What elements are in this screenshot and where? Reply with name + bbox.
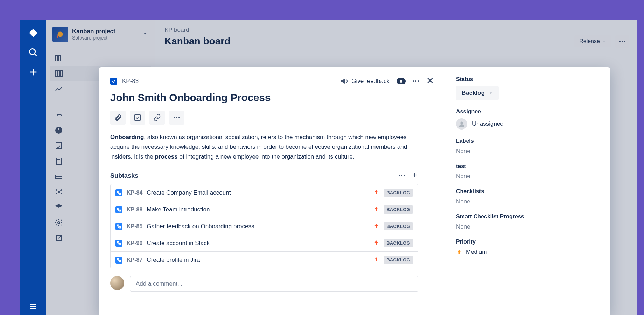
svg-point-0 <box>30 49 35 55</box>
subtask-summary: Create profile in Jira <box>147 257 369 264</box>
assignee-value: Unassigned <box>472 120 504 127</box>
priority-high-icon <box>373 189 379 197</box>
priority-high-icon <box>373 206 379 214</box>
smart-progress-value[interactable]: None <box>456 223 600 230</box>
labels-value[interactable]: None <box>456 148 600 155</box>
subtask-row[interactable]: KP-87Create profile in JiraBACKLOG <box>111 252 418 268</box>
assignee-label: Assignee <box>456 108 600 115</box>
unassigned-avatar-icon <box>456 118 467 130</box>
subtask-row[interactable]: KP-88Make Team introductionBACKLOG <box>111 201 418 218</box>
subtask-type-icon <box>115 240 122 247</box>
checklists-value[interactable]: None <box>456 198 600 205</box>
issue-type-task-icon[interactable] <box>110 78 117 85</box>
give-feedback-button[interactable]: Give feedback <box>340 77 390 85</box>
close-icon[interactable] <box>426 76 434 86</box>
labels-label: Labels <box>456 138 600 144</box>
plus-icon[interactable] <box>28 67 38 77</box>
link-button[interactable] <box>149 111 165 125</box>
subtask-summary: Gather feedback on Onboarding process <box>147 223 369 230</box>
status-dropdown[interactable]: Backlog <box>456 86 499 100</box>
assignee-field[interactable]: Unassigned <box>456 118 600 130</box>
subtask-status-badge[interactable]: BACKLOG <box>384 239 413 247</box>
smart-progress-label: Smart Checklist Progress <box>456 214 600 220</box>
subtask-type-icon <box>115 189 122 196</box>
svg-rect-55 <box>119 260 121 261</box>
add-subtask-button[interactable] <box>130 111 145 125</box>
test-value[interactable]: None <box>456 173 600 180</box>
svg-rect-50 <box>118 241 119 243</box>
subtask-key: KP-84 <box>127 190 142 196</box>
more-actions-button[interactable] <box>169 111 184 125</box>
subtask-row[interactable]: KP-84Create Company Email accountBACKLOG <box>111 184 418 201</box>
svg-rect-51 <box>119 243 121 245</box>
dots-icon <box>413 80 419 82</box>
plus-icon <box>411 172 418 178</box>
svg-rect-54 <box>118 258 119 260</box>
subtask-status-badge[interactable]: BACKLOG <box>384 189 413 197</box>
subtasks-heading: Subtasks <box>110 172 138 180</box>
attach-button[interactable] <box>110 111 126 125</box>
subtask-summary: Make Team introduction <box>147 206 369 213</box>
subtask-row[interactable]: KP-85Gather feedback on Onboarding proce… <box>111 218 418 235</box>
issue-key[interactable]: KP-83 <box>122 78 139 85</box>
svg-rect-46 <box>118 225 119 226</box>
subtask-row[interactable]: KP-90Create account in SlackBACKLOG <box>111 235 418 252</box>
subtask-status-badge[interactable]: BACKLOG <box>384 256 413 264</box>
svg-rect-39 <box>119 193 121 194</box>
svg-rect-42 <box>118 208 119 209</box>
desc-bold-mid: process <box>155 153 178 160</box>
status-value: Backlog <box>462 90 485 97</box>
issue-modal: KP-83 Give feedback John Smith Onboardin <box>99 67 610 315</box>
subtasks-more-button[interactable] <box>399 175 405 176</box>
jira-logo-icon[interactable] <box>28 28 38 38</box>
subtask-type-icon <box>115 206 122 213</box>
issue-title[interactable]: John Smith Onboarding Process <box>110 92 434 104</box>
priority-high-icon <box>373 239 379 247</box>
subtask-status-badge[interactable]: BACKLOG <box>384 222 413 230</box>
svg-rect-38 <box>118 191 119 192</box>
subtask-key: KP-90 <box>127 240 142 246</box>
priority-high-icon <box>373 223 379 230</box>
link-icon <box>153 114 161 121</box>
priority-high-icon <box>373 256 379 264</box>
desc-bold-lead: Onboarding <box>110 134 144 140</box>
svg-line-1 <box>35 54 37 56</box>
subtask-key: KP-87 <box>127 257 142 263</box>
desc-part2: of integrating a new employee into the o… <box>178 153 355 160</box>
priority-value: Medium <box>466 248 487 255</box>
subtask-key: KP-85 <box>127 223 142 230</box>
issue-details-panel: Status Backlog Assignee Unassigned Label… <box>446 67 610 315</box>
svg-rect-47 <box>119 226 121 228</box>
priority-field[interactable]: Medium <box>456 248 600 255</box>
subtask-type-icon <box>115 223 122 230</box>
global-nav-sidebar <box>20 20 46 315</box>
status-label: Status <box>456 76 600 83</box>
subtask-summary: Create Company Email account <box>147 189 369 196</box>
watch-icon[interactable] <box>397 78 406 84</box>
subtask-summary: Create account in Slack <box>147 240 369 247</box>
dots-icon <box>174 117 180 118</box>
subtask-list: KP-84Create Company Email accountBACKLOG… <box>110 184 418 268</box>
add-subtask-plus-button[interactable] <box>411 172 418 180</box>
modal-more-button[interactable] <box>413 80 419 82</box>
subtask-type-icon <box>115 257 122 264</box>
chevron-down-icon <box>488 91 493 96</box>
svg-point-58 <box>460 122 463 124</box>
test-label: test <box>456 163 600 169</box>
user-avatar[interactable] <box>110 276 124 290</box>
paperclip-icon <box>114 114 122 121</box>
svg-rect-35 <box>135 115 141 121</box>
checklists-label: Checklists <box>456 188 600 195</box>
svg-rect-43 <box>119 210 121 211</box>
comment-input[interactable]: Add a comment... <box>130 276 418 292</box>
search-icon[interactable] <box>28 48 38 57</box>
checkbox-icon <box>134 114 141 121</box>
megaphone-icon <box>340 77 348 85</box>
priority-medium-icon <box>456 249 462 255</box>
dots-icon <box>399 175 405 176</box>
menu-collapse-icon[interactable] <box>29 302 37 311</box>
issue-description[interactable]: Onboarding, also known as organizational… <box>110 132 418 162</box>
give-feedback-label: Give feedback <box>351 78 390 85</box>
subtask-status-badge[interactable]: BACKLOG <box>384 205 413 214</box>
subtask-key: KP-88 <box>127 206 142 213</box>
